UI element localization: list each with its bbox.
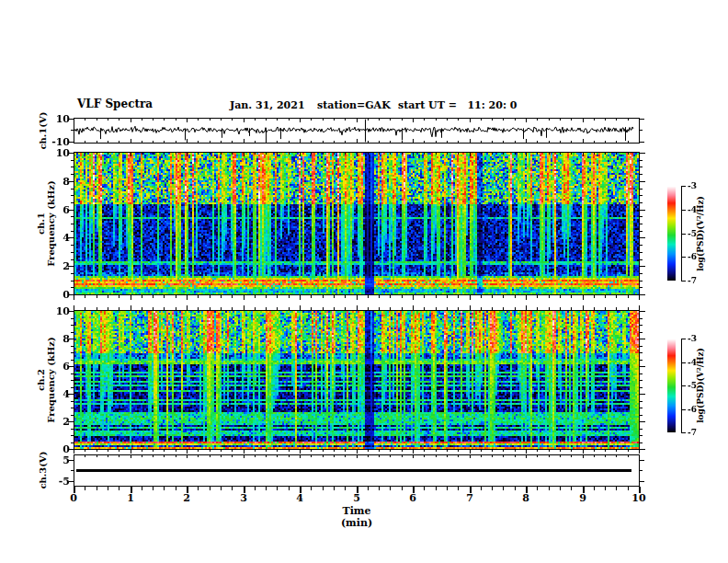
tick-mark: [187, 153, 188, 156]
tick-mark: [571, 307, 572, 310]
tick-mark: [289, 307, 290, 310]
tick-mark: [357, 139, 358, 143]
tick-mark: [616, 295, 617, 298]
tick-mark: [616, 455, 617, 457]
tick-mark: [503, 295, 504, 298]
tick-mark: [640, 259, 643, 260]
tick-mark: [266, 119, 267, 121]
tick-mark: [515, 487, 516, 490]
tick-mark: [108, 487, 108, 490]
tick-mark: [119, 307, 119, 310]
tick-mark: [639, 450, 640, 454]
tick-mark: [108, 455, 108, 457]
tick-mark: [537, 487, 538, 490]
tick-mark: [571, 295, 572, 298]
tick-mark: [255, 153, 256, 155]
tick-mark: [492, 455, 493, 457]
tick-mark: [71, 231, 74, 232]
tick-mark: [323, 119, 324, 121]
tick-mark: [345, 455, 346, 457]
tick-mark: [345, 141, 346, 143]
tick-mark: [71, 401, 74, 402]
colorbar-tick-label: -4: [688, 205, 697, 214]
tick-mark: [640, 360, 643, 361]
figure-title: VLF Spectra: [77, 98, 153, 110]
tick-mark: [300, 305, 301, 310]
tick-mark: [515, 153, 516, 155]
tick-mark: [221, 487, 222, 490]
tick-mark: [583, 450, 584, 454]
tick-mark: [605, 487, 606, 490]
tick-mark: [492, 153, 493, 155]
tick-mark: [413, 119, 414, 122]
tick-mark: [71, 202, 74, 203]
tick-mark: [153, 153, 154, 155]
tick-mark: [368, 455, 369, 457]
tick-mark: [470, 153, 471, 156]
tick-mark: [594, 141, 595, 143]
tick-mark: [537, 450, 538, 452]
tick-mark: [379, 307, 380, 310]
tick-mark: [515, 450, 516, 452]
tick-mark: [640, 174, 643, 175]
tick-mark: [390, 295, 391, 298]
tick-mark: [368, 450, 369, 452]
tick-mark: [616, 450, 617, 452]
tick-mark: [71, 346, 74, 347]
tick-mark: [131, 295, 131, 300]
tick-mark: [492, 295, 493, 298]
tick-mark: [232, 141, 233, 143]
tick-mark: [244, 119, 245, 122]
tick-mark: [85, 455, 85, 457]
tick-mark: [639, 455, 640, 458]
freq-tick-label: 2: [46, 260, 70, 272]
tick-mark: [164, 295, 165, 298]
tick-mark: [74, 139, 74, 143]
tick-mark: [447, 153, 448, 155]
tick-mark: [311, 307, 312, 310]
tick-mark: [345, 487, 346, 490]
tick-mark: [481, 307, 482, 310]
tick-mark: [413, 295, 414, 300]
tick-mark: [71, 435, 74, 436]
tick-mark: [255, 450, 256, 452]
freq-tick-label: 2: [46, 416, 70, 428]
colorbar-ch1: [667, 186, 676, 281]
tick-mark: [232, 295, 233, 298]
tick-mark: [515, 141, 516, 143]
x-tick-label: 9: [569, 492, 597, 504]
tick-mark: [311, 450, 312, 452]
x-tick-label: 3: [230, 492, 257, 504]
tick-mark: [187, 450, 188, 454]
tick-mark: [334, 307, 335, 310]
tick-mark: [345, 450, 346, 452]
tick-mark: [470, 455, 471, 458]
tick-mark: [605, 450, 606, 452]
tick-mark: [492, 307, 493, 310]
tick-mark: [85, 141, 85, 143]
tick-mark: [379, 455, 380, 457]
tick-mark: [605, 153, 606, 155]
tick-mark: [492, 487, 493, 490]
tick-mark: [368, 141, 369, 143]
tick-mark: [640, 481, 644, 482]
tick-mark: [71, 167, 74, 167]
tick-mark: [74, 153, 74, 156]
tick-mark: [571, 455, 572, 457]
tick-mark: [74, 295, 74, 300]
tick-mark: [71, 470, 74, 471]
tick-mark: [289, 153, 290, 155]
tick-mark: [583, 153, 584, 156]
tick-mark: [640, 352, 643, 353]
tick-mark: [232, 487, 233, 490]
ch3-waveform-panel: [74, 454, 640, 487]
tick-mark: [379, 141, 380, 143]
ch1-spectrogram: [74, 153, 639, 294]
tick-mark: [71, 224, 74, 224]
freq-tick-label: 8: [46, 176, 70, 188]
tick-mark: [368, 119, 369, 121]
tick-mark: [681, 210, 686, 211]
tick-mark: [640, 287, 643, 288]
tick-mark: [198, 153, 199, 155]
tick-mark: [594, 450, 595, 452]
